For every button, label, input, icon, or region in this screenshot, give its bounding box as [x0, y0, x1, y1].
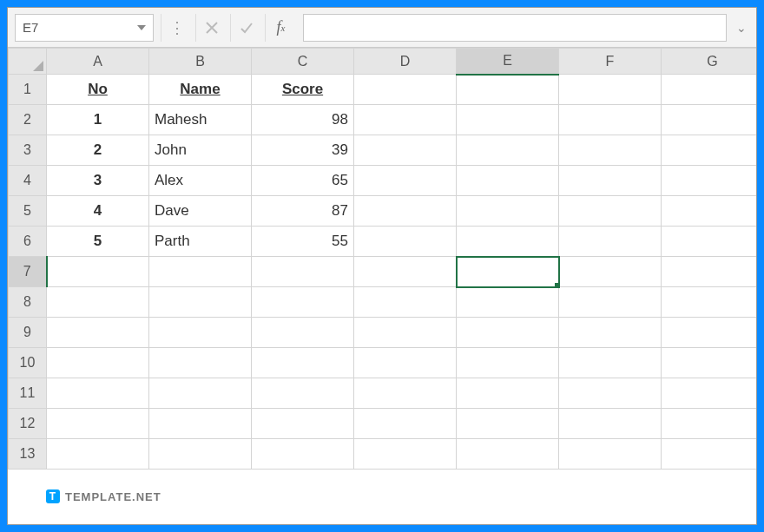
column-header[interactable]: F [559, 49, 662, 75]
cell[interactable]: John [149, 135, 252, 166]
cell[interactable] [149, 348, 252, 378]
cell[interactable] [354, 439, 457, 470]
row-header[interactable]: 3 [9, 135, 47, 166]
cell[interactable] [149, 257, 252, 287]
cell[interactable] [559, 105, 662, 135]
cell[interactable] [457, 348, 559, 378]
cell[interactable] [457, 318, 559, 348]
cell[interactable] [662, 409, 757, 439]
row-header[interactable]: 13 [9, 439, 47, 470]
cell[interactable] [559, 378, 662, 409]
cell[interactable]: 4 [47, 196, 149, 227]
insert-function-button[interactable]: fx [265, 14, 296, 42]
cell[interactable] [252, 287, 354, 318]
cell[interactable]: 5 [47, 227, 149, 257]
cell[interactable] [559, 135, 662, 166]
cell[interactable] [354, 227, 457, 257]
cell[interactable] [457, 409, 559, 439]
cell-E7-selected[interactable] [457, 257, 559, 287]
cell[interactable] [252, 439, 354, 470]
column-header[interactable]: A [47, 49, 149, 75]
row-header[interactable]: 8 [9, 287, 47, 318]
cell[interactable] [662, 75, 757, 105]
cell[interactable] [47, 257, 149, 287]
cell[interactable]: 39 [252, 135, 354, 166]
cell[interactable] [662, 378, 757, 409]
cell[interactable] [559, 75, 662, 105]
column-header[interactable]: B [149, 49, 252, 75]
column-header[interactable]: G [662, 49, 757, 75]
cell[interactable] [457, 135, 559, 166]
cell[interactable] [47, 439, 149, 470]
spreadsheet-grid[interactable]: A B C D E F G 1 No Name Score [8, 48, 756, 524]
cell[interactable] [47, 409, 149, 439]
cell[interactable]: 1 [47, 105, 149, 135]
cell[interactable]: 2 [47, 135, 149, 166]
name-box[interactable]: E7 [15, 14, 154, 42]
cell[interactable]: 3 [47, 166, 149, 196]
cancel-button[interactable] [195, 14, 227, 42]
cell[interactable] [354, 287, 457, 318]
row-header[interactable]: 7 [9, 257, 47, 287]
row-header[interactable]: 5 [9, 196, 47, 227]
formula-input[interactable] [303, 14, 727, 42]
cell[interactable] [47, 378, 149, 409]
cell[interactable] [354, 135, 457, 166]
cell[interactable] [47, 348, 149, 378]
cell[interactable] [559, 287, 662, 318]
cell[interactable] [252, 348, 354, 378]
cell-B1[interactable]: Name [149, 75, 252, 105]
cell[interactable] [559, 166, 662, 196]
select-all-corner[interactable] [9, 49, 47, 75]
cell[interactable] [354, 105, 457, 135]
cell[interactable] [457, 227, 559, 257]
cell[interactable] [559, 409, 662, 439]
cell[interactable] [457, 105, 559, 135]
cell[interactable] [252, 409, 354, 439]
row-header[interactable]: 10 [9, 348, 47, 378]
cell[interactable]: Parth [149, 227, 252, 257]
cell[interactable]: Alex [149, 166, 252, 196]
cell[interactable] [457, 166, 559, 196]
cell[interactable] [47, 318, 149, 348]
cell-A1[interactable]: No [47, 75, 149, 105]
cell[interactable] [457, 287, 559, 318]
expand-formula-bar-icon[interactable]: ⌄ [734, 14, 749, 42]
cell[interactable] [662, 227, 757, 257]
row-header[interactable]: 2 [9, 105, 47, 135]
cell[interactable] [354, 318, 457, 348]
cell[interactable] [252, 378, 354, 409]
cell[interactable] [559, 257, 662, 287]
cell[interactable] [354, 378, 457, 409]
cell[interactable] [662, 287, 757, 318]
cell[interactable]: Mahesh [149, 105, 252, 135]
cell[interactable]: 87 [252, 196, 354, 227]
cell[interactable] [252, 318, 354, 348]
row-header[interactable]: 11 [9, 378, 47, 409]
cell[interactable] [559, 196, 662, 227]
cell[interactable] [354, 409, 457, 439]
cell[interactable] [354, 257, 457, 287]
cell[interactable] [662, 105, 757, 135]
row-header[interactable]: 12 [9, 409, 47, 439]
cell[interactable] [149, 409, 252, 439]
cell[interactable] [559, 348, 662, 378]
cell-C1[interactable]: Score [252, 75, 354, 105]
enter-button[interactable] [230, 14, 261, 42]
cell[interactable]: 98 [252, 105, 354, 135]
cell[interactable]: Dave [149, 196, 252, 227]
cell[interactable] [662, 257, 757, 287]
row-header[interactable]: 6 [9, 227, 47, 257]
cell[interactable] [149, 439, 252, 470]
cell[interactable] [354, 196, 457, 227]
row-header[interactable]: 9 [9, 318, 47, 348]
cell[interactable] [457, 439, 559, 470]
cell[interactable] [662, 135, 757, 166]
cell[interactable] [354, 75, 457, 105]
cell[interactable] [559, 227, 662, 257]
cell[interactable] [149, 378, 252, 409]
cell[interactable] [149, 287, 252, 318]
cell[interactable] [47, 287, 149, 318]
cell[interactable] [457, 196, 559, 227]
column-header[interactable]: C [252, 49, 354, 75]
